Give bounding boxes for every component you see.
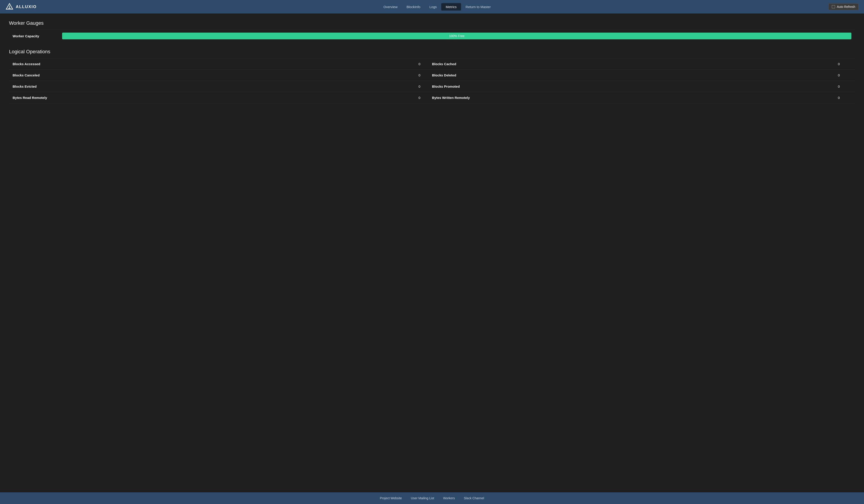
nav-logs[interactable]: Logs [425,3,441,11]
ops-value-blocks-deleted: 0 [838,73,851,77]
nav-return-to-master[interactable]: Return to Master [461,3,495,11]
table-row: Bytes Read Remotely 0 Bytes Written Remo… [9,92,855,103]
ops-label-blocks-canceled: Blocks Canceled [13,73,419,77]
auto-refresh-checkbox[interactable] [832,5,835,8]
footer-slack-channel[interactable]: Slack Channel [464,496,484,500]
ops-value-bytes-read-remotely: 0 [419,96,432,100]
alluxio-logo-icon [5,3,13,11]
main-content: Worker Gauges Worker Capacity 100% Free … [0,13,864,492]
worker-capacity-row: Worker Capacity 100% Free [9,30,855,42]
navbar-right: Auto Refresh [828,3,859,10]
ops-label-bytes-read-remotely: Bytes Read Remotely [13,96,419,100]
auto-refresh-label: Auto Refresh [837,5,855,9]
worker-capacity-label: Worker Capacity [13,34,62,38]
ops-right-3: Bytes Written Remotely 0 [432,96,851,100]
table-row: Blocks Evicted 0 Blocks Promoted 0 [9,81,855,92]
navbar: ALLUXIO Overview BlockInfo Logs Metrics … [0,0,864,13]
logical-ops-section: Logical Operations Blocks Accessed 0 Blo… [9,49,855,103]
ops-value-blocks-canceled: 0 [419,73,432,77]
ops-value-blocks-accessed: 0 [419,62,432,66]
footer-user-mailing-list[interactable]: User Mailing List [411,496,434,500]
brand-logo[interactable]: ALLUXIO [5,3,37,11]
ops-right-1: Blocks Deleted 0 [432,73,851,77]
ops-label-blocks-promoted: Blocks Promoted [432,85,838,88]
ops-label-blocks-accessed: Blocks Accessed [13,62,419,66]
ops-value-blocks-evicted: 0 [419,85,432,88]
ops-right-0: Blocks Cached 0 [432,62,851,66]
footer: Project Website User Mailing List Worker… [0,492,864,504]
ops-left-3: Bytes Read Remotely 0 [13,96,432,100]
worker-gauges-section: Worker Gauges Worker Capacity 100% Free [9,20,855,42]
nav-menu: Overview BlockInfo Logs Metrics Return t… [46,3,828,11]
brand-name: ALLUXIO [16,4,37,9]
footer-workers[interactable]: Workers [443,496,455,500]
table-row: Blocks Accessed 0 Blocks Cached 0 [9,59,855,70]
worker-capacity-bar-container: 100% Free [62,33,851,39]
worker-capacity-bar: 100% Free [62,33,851,39]
nav-metrics[interactable]: Metrics [441,3,461,11]
footer-project-website[interactable]: Project Website [380,496,402,500]
ops-left-0: Blocks Accessed 0 [13,62,432,66]
ops-left-1: Blocks Canceled 0 [13,73,432,77]
nav-overview[interactable]: Overview [379,3,402,11]
ops-value-bytes-written-remotely: 0 [838,96,851,100]
worker-gauges-title: Worker Gauges [9,20,855,26]
table-row: Blocks Canceled 0 Blocks Deleted 0 [9,70,855,81]
ops-value-blocks-cached: 0 [838,62,851,66]
ops-label-blocks-cached: Blocks Cached [432,62,838,66]
ops-label-blocks-evicted: Blocks Evicted [13,85,419,88]
ops-right-2: Blocks Promoted 0 [432,85,851,88]
ops-label-blocks-deleted: Blocks Deleted [432,73,838,77]
logical-ops-title: Logical Operations [9,49,855,54]
nav-blockinfo[interactable]: BlockInfo [402,3,425,11]
ops-left-2: Blocks Evicted 0 [13,85,432,88]
ops-label-bytes-written-remotely: Bytes Written Remotely [432,96,838,100]
ops-value-blocks-promoted: 0 [838,85,851,88]
auto-refresh-button[interactable]: Auto Refresh [828,3,859,10]
